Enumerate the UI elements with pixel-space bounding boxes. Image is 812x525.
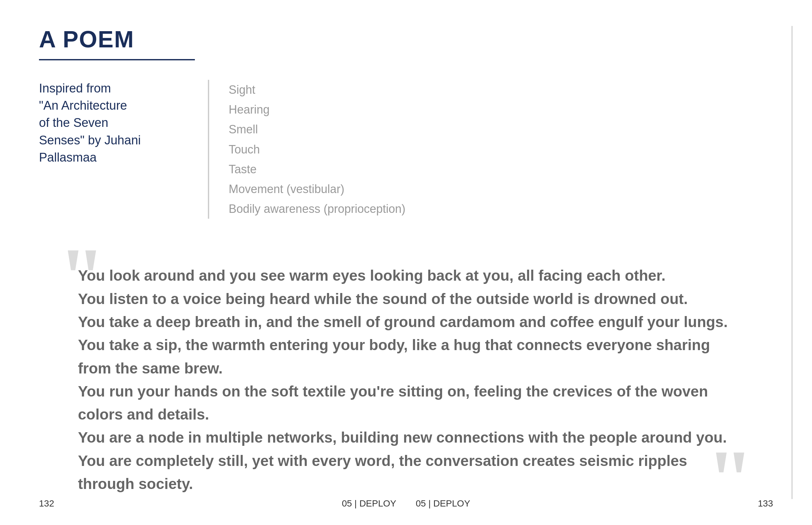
inspired-text: Inspired from "An Architecture of the Se… (39, 80, 182, 166)
page: A POEM Inspired from "An Architecture of… (0, 0, 812, 525)
column-divider (208, 80, 209, 219)
close-quote-icon: " (707, 437, 754, 522)
top-section: Inspired from "An Architecture of the Se… (39, 80, 773, 219)
list-item: Touch (229, 139, 773, 159)
poem-line-2: You listen to a voice being heard while … (78, 287, 734, 311)
poem-line-5: You run your hands on the soft textile y… (78, 380, 734, 426)
poem-lines: You look around and you see warm eyes lo… (78, 245, 734, 495)
poem-line-6: You are a node in multiple networks, bui… (78, 426, 734, 449)
list-item: Sight (229, 80, 773, 100)
list-item: Taste (229, 159, 773, 179)
footer-page-right: 133 (758, 498, 773, 509)
poem-line-4: You take a sip, the warmth entering your… (78, 333, 734, 380)
list-item: Smell (229, 119, 773, 139)
right-edge-line (792, 26, 793, 499)
footer-page-left: 132 (39, 498, 54, 509)
right-column: Sight Hearing Smell Touch Taste Movement… (222, 80, 773, 219)
page-title: A POEM (39, 26, 773, 52)
open-quote-icon: " (58, 235, 105, 319)
footer-center: 05 | DEPLOY 05 | DEPLOY (342, 498, 470, 509)
footer-label-right: 05 | DEPLOY (416, 498, 470, 509)
footer: 132 05 | DEPLOY 05 | DEPLOY 133 (39, 498, 773, 509)
footer-label-left: 05 | DEPLOY (342, 498, 396, 509)
list-item: Movement (vestibular) (229, 179, 773, 199)
title-rule (39, 59, 195, 60)
poem-line-3: You take a deep breath in, and the smell… (78, 311, 734, 333)
quote-section: " You look around and you see warm eyes … (39, 245, 773, 495)
poem-line-7: You are completely still, yet with every… (78, 449, 734, 496)
poem-line-1: You look around and you see warm eyes lo… (78, 264, 734, 287)
left-column: Inspired from "An Architecture of the Se… (39, 80, 195, 219)
list-item: Bodily awareness (proprioception) (229, 199, 773, 219)
list-item: Hearing (229, 100, 773, 119)
senses-list: Sight Hearing Smell Touch Taste Movement… (229, 80, 773, 219)
